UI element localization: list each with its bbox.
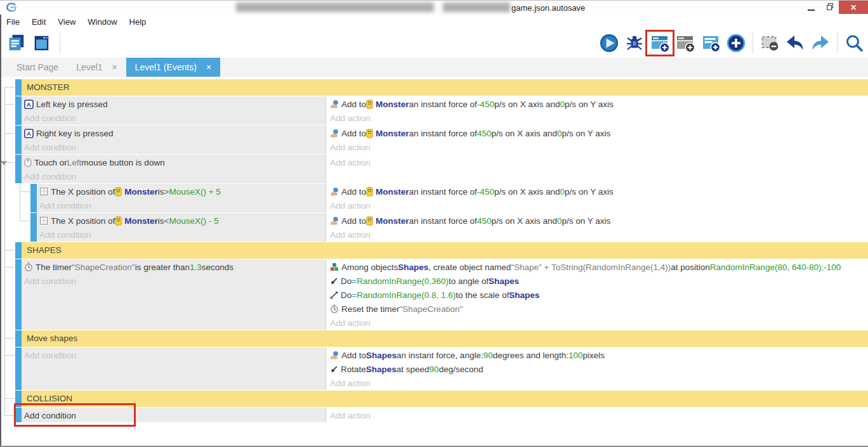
add-condition-line[interactable]: Add condition	[24, 140, 326, 154]
add-condition-line[interactable]: Add condition	[39, 228, 326, 242]
restore-icon	[827, 5, 833, 11]
condition-line[interactable]: The X position of Monster is > MouseX() …	[39, 185, 326, 198]
add-action-line[interactable]: Add action	[330, 376, 868, 390]
event-selector-bar[interactable]	[15, 96, 22, 125]
undo-button[interactable]	[785, 32, 805, 54]
condition-line[interactable]: The X position of Monster is < MouseX() …	[39, 214, 326, 228]
event-selector-bar[interactable]	[15, 259, 22, 330]
event-selector-bar[interactable]	[15, 79, 22, 96]
text-segment: Monster	[124, 216, 158, 226]
condition-cell: ARight key is pressedAdd condition	[22, 126, 326, 154]
add-action-line[interactable]: Add action	[330, 408, 868, 422]
create-object-icon	[330, 262, 339, 271]
event-row: ALeft key is pressedAdd conditionAdd to …	[0, 96, 868, 125]
add-new-button[interactable]	[726, 32, 746, 54]
event-selector-bar[interactable]	[30, 213, 37, 242]
add-subevent-button[interactable]	[675, 32, 695, 54]
window-icon	[32, 34, 51, 53]
condition-line[interactable]: ARight key is pressed	[24, 126, 326, 140]
group-row: Move shapes	[0, 330, 868, 347]
add-subevent-icon	[675, 33, 695, 53]
tab-level1[interactable]: Level1×	[67, 58, 126, 77]
text-segment: Add to	[341, 187, 366, 197]
add-condition-line[interactable]: Add condition	[39, 198, 326, 212]
add-comment-button[interactable]	[700, 32, 721, 54]
group-header-shapes[interactable]: SHAPES	[22, 242, 868, 259]
menu-item-edit[interactable]: Edit	[32, 17, 46, 27]
event-selector-bar[interactable]	[15, 126, 22, 154]
debug-button[interactable]	[624, 32, 645, 54]
condition-line[interactable]: Add condition	[24, 408, 326, 422]
play-button[interactable]	[599, 32, 619, 54]
action-line[interactable]: Do = RandomInRange(0,360) to angle of Sh…	[330, 274, 868, 288]
action-line[interactable]: Add to Monster an instant force of 450 p…	[330, 214, 868, 228]
condition-cell: The timer "ShapeCreation" is greater tha…	[22, 259, 326, 330]
event-selector-bar[interactable]	[30, 184, 37, 212]
event-selector-bar[interactable]	[15, 155, 22, 183]
menu-item-window[interactable]: Window	[88, 17, 117, 27]
text-segment: p/s on X axis and	[494, 187, 560, 197]
menu-item-help[interactable]: Help	[129, 17, 147, 27]
restore-button[interactable]	[821, 1, 838, 14]
text-segment: Add to	[341, 216, 366, 226]
add-action-line[interactable]: Add action	[330, 198, 868, 212]
event-selector-bar[interactable]	[15, 330, 22, 347]
add-condition-line[interactable]: Add condition	[24, 111, 326, 125]
action-line[interactable]: Among objects Shapes, create object name…	[330, 260, 868, 274]
menu-item-view[interactable]: View	[58, 17, 76, 27]
action-line[interactable]: Add to Shapes an instant force, angle: 9…	[330, 348, 868, 362]
rotate-icon	[330, 277, 338, 285]
collapse-arrow-icon[interactable]	[1, 161, 7, 165]
mouse-icon	[24, 158, 32, 167]
project-manager-button[interactable]	[6, 32, 27, 54]
action-line[interactable]: Add to Monster an instant force of -450 …	[330, 97, 868, 111]
remove-event-button[interactable]	[760, 32, 780, 54]
close-button[interactable]: ✕	[839, 1, 868, 14]
add-action-line[interactable]: Add action	[330, 155, 868, 169]
minimize-button[interactable]	[802, 1, 820, 14]
menu-item-file[interactable]: File	[6, 17, 20, 27]
text-segment: Monster	[376, 129, 409, 138]
add-condition-line[interactable]: Add condition	[24, 169, 326, 183]
add-action-line[interactable]: Add action	[330, 140, 868, 154]
text-segment: Add condition	[24, 113, 76, 123]
text-segment: -450	[477, 100, 494, 109]
group-header-monster[interactable]: MONSTER	[22, 79, 868, 96]
add-action-line[interactable]: Add action	[330, 111, 868, 125]
toolbar	[0, 29, 868, 58]
undo-icon	[785, 33, 805, 53]
action-line[interactable]: Reset the timer "ShapeCreation"	[330, 302, 868, 316]
add-action-line[interactable]: Add action	[330, 316, 868, 330]
event-selector-bar[interactable]	[15, 391, 22, 407]
toolbar-separator	[753, 32, 753, 54]
action-line[interactable]: Do = RandomInRange(0.8, 1.6) to the scal…	[330, 288, 868, 302]
timer-icon	[330, 304, 339, 313]
redo-button[interactable]	[810, 32, 831, 54]
text-segment: p/s on X axis and	[491, 129, 557, 138]
text-segment: p/s on X axis and	[494, 100, 560, 109]
group-row: COLLISION	[0, 391, 868, 407]
condition-line[interactable]: ALeft key is pressed	[24, 97, 326, 111]
start-page-button[interactable]	[31, 32, 51, 54]
event-selector-bar[interactable]	[15, 347, 22, 390]
tab-start-page[interactable]: Start Page	[8, 58, 67, 77]
condition-line[interactable]: Touch or Left mouse button is down	[24, 155, 326, 169]
event-selector-bar[interactable]	[15, 408, 22, 422]
tab-close-icon[interactable]: ×	[206, 62, 211, 72]
search-button[interactable]	[844, 32, 864, 54]
group-header-collision[interactable]: COLLISION	[22, 391, 868, 407]
action-line[interactable]: Add to Monster an instant force of 450 p…	[330, 126, 868, 140]
action-line[interactable]: Add to Monster an instant force of -450 …	[330, 185, 868, 198]
text-segment: Shapes	[489, 276, 519, 286]
title-bar: game.json.autosave ✕	[0, 1, 868, 15]
add-condition-line[interactable]: Add condition	[24, 348, 326, 362]
group-header-move-shapes[interactable]: Move shapes	[22, 330, 868, 347]
tab-close-icon[interactable]: ×	[112, 62, 117, 72]
action-line[interactable]: Rotate Shapes at speed 90deg/second	[330, 362, 868, 376]
condition-line[interactable]: The timer "ShapeCreation" is greater tha…	[24, 260, 326, 274]
event-selector-bar[interactable]	[15, 242, 22, 259]
add-condition-line[interactable]: Add condition	[24, 274, 326, 288]
tab-level1-events[interactable]: Level1 (Events)×	[126, 58, 220, 77]
add-action-line[interactable]: Add action	[330, 228, 868, 242]
text-segment: =	[352, 290, 357, 300]
